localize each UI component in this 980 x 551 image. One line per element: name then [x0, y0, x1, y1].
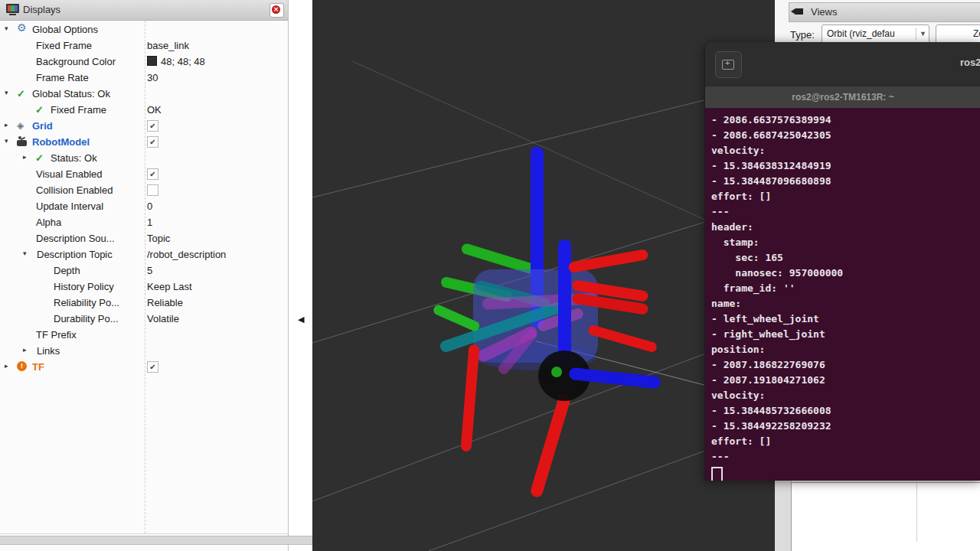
terminal-window-title: ros2@: [960, 57, 980, 68]
tree-row-visual-enabled[interactable]: Visual Enabled✔: [0, 166, 287, 182]
tree-value: base_link: [147, 40, 189, 51]
tree-row-global-options[interactable]: ▾⚙Global Options: [0, 21, 287, 37]
terminal-line: - 2086.6687425042305: [711, 129, 980, 145]
tree-row-grid[interactable]: ▸◈Grid✔: [0, 118, 287, 134]
warning-icon: !: [17, 361, 27, 371]
tree-label: Fixed Frame: [51, 104, 106, 116]
robot-icon: [17, 140, 27, 146]
tree-row-global-status-ok[interactable]: ▾✓Global Status: Ok: [0, 86, 287, 102]
tree-row-status-ok[interactable]: ▸✓Status: Ok: [0, 150, 287, 166]
terminal-line: - 2087.186822769076: [711, 359, 980, 374]
tree-label: Frame Rate: [36, 72, 89, 83]
views-panel-splitter[interactable]: [775, 481, 792, 551]
collapse-arrow-icon[interactable]: ▾: [5, 137, 8, 145]
terminal-window: ros2@ ros2@ros2-TM1613R: ~ - 2086.663757…: [704, 42, 980, 481]
terminal-cursor: [711, 467, 723, 481]
tree-row-links[interactable]: ▸Links: [0, 343, 287, 359]
tree-label: Reliability Po...: [54, 297, 119, 308]
tree-row-tf-prefix[interactable]: TF Prefix: [0, 327, 287, 343]
tree-row-description-topic[interactable]: ▾Description Topic/robot_description: [0, 246, 287, 262]
tree-label: Alpha: [36, 217, 61, 228]
close-panel-button[interactable]: ✕: [270, 3, 284, 18]
displays-icon: [6, 4, 19, 13]
check-icon: ✓: [35, 152, 44, 164]
tree-value: 0: [147, 201, 152, 212]
panel-splitter[interactable]: [0, 536, 312, 545]
terminal-line: velocity:: [711, 390, 980, 405]
tree-label: Fixed Frame: [36, 40, 92, 51]
tree-bottom-border: [0, 533, 288, 534]
terminal-tab[interactable]: ros2@ros2-TM1613R: ~: [705, 86, 980, 109]
tree-value: OK: [147, 104, 162, 116]
views-panel-title: Views: [811, 6, 837, 18]
tree-row-background-color[interactable]: Background Color48; 48; 48: [0, 54, 287, 70]
tree-row-durability-po[interactable]: Durability Po...Volatile: [0, 311, 287, 327]
terminal-line: frame_id: '': [711, 282, 980, 298]
checkbox[interactable]: ✔: [147, 168, 158, 180]
terminal-output[interactable]: - 2086.6637576389994- 2086.6687425042305…: [705, 108, 980, 481]
terminal-line: position:: [711, 344, 980, 359]
displays-panel: Displays ✕ ▾⚙Global OptionsFixed Frameba…: [0, 0, 289, 551]
tree-row-description-sou[interactable]: Description Sou...Topic: [0, 230, 287, 246]
expand-arrow-icon[interactable]: ▸: [23, 346, 27, 354]
tree-row-alpha[interactable]: Alpha1: [0, 214, 287, 230]
terminal-line: - 2086.6637576389994: [711, 114, 980, 129]
tree-label: Status: Ok: [51, 152, 97, 164]
tree-row-fixed-frame[interactable]: Fixed Framebase_link: [0, 37, 287, 54]
views-panel-titlebar[interactable]: Views: [789, 2, 980, 22]
tree-label: Description Topic: [37, 249, 113, 260]
tree-label: History Policy: [54, 281, 114, 292]
terminal-line: velocity:: [711, 145, 980, 160]
checkbox[interactable]: ✔: [147, 361, 158, 373]
tree-row-frame-rate[interactable]: Frame Rate30: [0, 70, 287, 86]
new-tab-button[interactable]: [715, 51, 742, 78]
expand-arrow-icon[interactable]: ▸: [23, 153, 27, 161]
checkbox[interactable]: ✔: [147, 136, 158, 148]
terminal-line: effort: []: [711, 435, 980, 451]
terminal-line: sec: 165: [711, 252, 980, 267]
terminal-line: nanosec: 957000000: [711, 267, 980, 282]
tree-label: Update Interval: [36, 201, 103, 212]
tree-row-depth[interactable]: Depth5: [0, 262, 287, 279]
tree-row-collision-enabled[interactable]: Collision Enabled: [0, 182, 287, 198]
collapse-arrow-icon[interactable]: ▾: [5, 24, 8, 32]
tree-row-update-interval[interactable]: Update Interval0: [0, 198, 287, 214]
tree-value: 48; 48; 48: [147, 56, 205, 67]
view-type-label: Type:: [790, 29, 815, 41]
terminal-line: - 2087.191804271062: [711, 374, 980, 390]
check-icon: ✓: [35, 104, 44, 116]
color-swatch: [147, 56, 157, 66]
terminal-line: - left_wheel_joint: [711, 313, 980, 328]
tree-row-fixed-frame[interactable]: ✓Fixed FrameOK: [0, 102, 287, 118]
tree-value: 30: [147, 72, 158, 83]
tree-row-robotmodel[interactable]: ▾RobotModel✔: [0, 134, 287, 150]
views-list[interactable]: [791, 482, 980, 551]
tree-label: Grid: [32, 120, 53, 132]
displays-tree: ▾⚙Global OptionsFixed Framebase_linkBack…: [0, 21, 287, 375]
expand-arrow-icon[interactable]: ▸: [5, 121, 8, 129]
tree-row-reliability-po[interactable]: Reliability Po...Reliable: [0, 295, 287, 311]
checkbox[interactable]: [147, 184, 158, 196]
terminal-line: stamp:: [711, 236, 980, 252]
tree-row-tf[interactable]: ▸!TF✔: [0, 359, 287, 375]
tree-value: Volatile: [147, 313, 179, 324]
displays-panel-titlebar[interactable]: Displays ✕: [0, 0, 288, 21]
collapse-arrow-icon[interactable]: ▾: [5, 89, 8, 96]
gear-icon: ⚙: [17, 22, 27, 34]
tree-label: Collision Enabled: [36, 184, 113, 196]
terminal-line: - 15.384638312484919: [711, 160, 980, 175]
checkbox[interactable]: ✔: [147, 120, 158, 132]
tree-label: Durability Po...: [54, 313, 119, 324]
tree-value: Keep Last: [147, 281, 192, 292]
tree-row-history-policy[interactable]: History PolicyKeep Last: [0, 279, 287, 295]
tree-value: /robot_description: [147, 249, 226, 260]
expand-arrow-icon[interactable]: ▸: [5, 362, 8, 370]
terminal-line: ---: [711, 206, 980, 221]
terminal-headerbar[interactable]: ros2@: [705, 42, 980, 86]
tree-label: Background Color: [36, 56, 116, 67]
tree-label: Global Options: [32, 24, 98, 35]
collapse-arrow-icon[interactable]: ▾: [23, 249, 27, 257]
tree-label: TF Prefix: [36, 329, 77, 341]
tree-value: Reliable: [147, 297, 183, 308]
collapse-panel-arrow[interactable]: ◀: [298, 315, 304, 324]
